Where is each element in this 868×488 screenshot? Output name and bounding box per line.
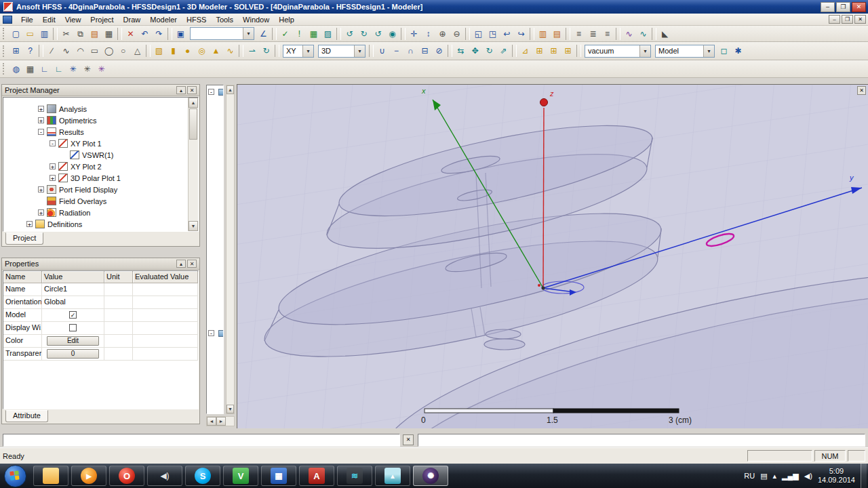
grid-settings-icon[interactable]: ⊞ <box>9 44 23 58</box>
tree-item-vswr-1[interactable]: VSWR(1) <box>3 149 187 161</box>
open-region-icon[interactable]: ◻ <box>717 44 731 58</box>
rotate-view-z-icon[interactable]: ↺ <box>371 27 385 41</box>
draw-arc-icon[interactable]: ◠ <box>73 44 87 58</box>
chevron-down-icon[interactable] <box>243 28 254 39</box>
tab-project[interactable]: Project <box>5 232 43 245</box>
draw-line-icon[interactable]: ∕ <box>45 44 59 58</box>
taskbar-photo-viewer-button[interactable]: ▲ <box>375 466 410 486</box>
start-button[interactable] <box>4 465 26 487</box>
sweep-axis-icon[interactable]: ↻ <box>259 44 273 58</box>
section-icon[interactable]: ⊘ <box>432 44 446 58</box>
scroll-down-icon[interactable] <box>226 405 234 413</box>
draw-circle-icon[interactable]: ○ <box>116 44 130 58</box>
scroll-up-icon[interactable] <box>226 85 234 94</box>
boolean-unite-icon[interactable]: ∪ <box>375 44 389 58</box>
column-header[interactable]: Evaluated Value <box>133 271 198 283</box>
material-combo[interactable]: vacuum <box>585 45 651 58</box>
rotate-view-y-icon[interactable]: ↻ <box>357 27 371 41</box>
menu-file[interactable]: File <box>16 14 38 25</box>
rotate-icon[interactable]: ↻ <box>482 44 496 58</box>
new-document-icon[interactable]: ▢ <box>9 27 23 41</box>
create-face-cs-icon[interactable]: ∟ <box>52 62 66 76</box>
menu-edit[interactable]: Edit <box>38 14 60 25</box>
column-header[interactable]: Unit <box>104 271 133 283</box>
menu-project[interactable]: Project <box>85 14 118 25</box>
message-bar-left[interactable] <box>3 434 400 447</box>
zoom-out-icon[interactable]: ⊖ <box>450 27 464 41</box>
pin-icon[interactable]: ▴ <box>176 260 186 268</box>
pin-icon[interactable]: ▴ <box>176 86 186 94</box>
color-edit-button[interactable]: Edit <box>47 336 99 346</box>
taskbar-clock[interactable]: 5:09 14.09.2014 <box>818 467 855 485</box>
model-checkbox[interactable] <box>69 311 77 319</box>
draw-torus-icon[interactable]: ◎ <box>195 44 209 58</box>
undo-icon[interactable]: ↶ <box>138 27 152 41</box>
scroll-left-icon[interactable] <box>207 417 216 426</box>
mdi-child-icon[interactable] <box>3 16 12 24</box>
taskbar-hfss-button[interactable]: ✺ <box>413 466 448 486</box>
draw-polygon-icon[interactable]: △ <box>130 44 144 58</box>
tree-item-definitions[interactable]: + Definitions <box>3 218 187 230</box>
tree-item-field-overlays[interactable]: Field Overlays <box>3 195 187 207</box>
scale-icon[interactable]: ⇗ <box>496 44 511 58</box>
taskbar-opera-button[interactable]: O <box>109 466 144 486</box>
tray-volume-icon[interactable]: ◀) <box>804 472 812 481</box>
tree-expander-icon[interactable]: + <box>38 117 44 123</box>
tree-item-radiation[interactable]: + Radiation <box>3 207 187 218</box>
taskbar-explorer-button[interactable] <box>33 466 68 486</box>
dimension-icon[interactable]: ⊿ <box>518 44 532 58</box>
display-wireframe-checkbox[interactable] <box>69 324 77 331</box>
grid-plane-xz-icon[interactable]: ⊞ <box>561 44 575 58</box>
fit-all-icon[interactable]: ◱ <box>471 27 486 41</box>
taskbar-media-player-button[interactable]: ▶ <box>71 466 106 486</box>
select-wcs-icon[interactable]: ✳ <box>66 62 80 76</box>
maximize-button[interactable]: ❐ <box>836 2 850 12</box>
boolean-intersect-icon[interactable]: ∩ <box>403 44 418 58</box>
layer-stack-3-icon[interactable]: ≡ <box>600 27 614 41</box>
menu-draw[interactable]: Draw <box>119 14 146 25</box>
scroll-up-icon[interactable] <box>189 98 198 108</box>
menu-hfss[interactable]: HFSS <box>182 14 211 25</box>
create-report-icon[interactable]: ▨ <box>321 27 335 41</box>
print-icon[interactable]: ▦ <box>102 27 116 41</box>
strip-horizontal-scrollbar[interactable] <box>206 416 235 426</box>
viewport-canvas[interactable]: x z y 0 1.5 3 (cm) <box>237 85 868 428</box>
tree-expander-icon[interactable]: - <box>208 330 214 336</box>
tree-expander-icon[interactable]: - <box>38 129 44 135</box>
draw-cone-icon[interactable]: ▲ <box>209 44 223 58</box>
tree-expander-icon[interactable]: + <box>38 186 44 192</box>
layer-stack-2-icon[interactable]: ≣ <box>586 27 600 41</box>
tab-attribute[interactable]: Attribute <box>5 410 48 422</box>
taskbar-green-app-button[interactable]: V <box>223 466 258 486</box>
grid-plane-yz-icon[interactable]: ⊞ <box>547 44 561 58</box>
validate-icon[interactable]: ✓ <box>278 27 292 41</box>
dynamic-zoom-icon[interactable]: ↕ <box>421 27 435 41</box>
toolbar-grip[interactable] <box>3 28 6 39</box>
tree-item-results[interactable]: - Results <box>3 126 187 138</box>
taskbar-acrobat-button[interactable]: A <box>299 466 334 486</box>
orbit-view-icon[interactable]: ◉ <box>385 27 399 41</box>
rotate-view-x-icon[interactable]: ↺ <box>342 27 357 41</box>
message-bar-right[interactable] <box>418 434 865 447</box>
chevron-down-icon[interactable] <box>639 45 650 57</box>
tree-expander-icon[interactable]: + <box>26 221 33 227</box>
scrollbar-track[interactable] <box>189 140 198 221</box>
movement-mode-combo[interactable]: 3D <box>318 45 366 58</box>
layer-stack-1-icon[interactable]: ≡ <box>572 27 586 41</box>
minimize-button[interactable]: ‒ <box>821 2 835 12</box>
draw-box-icon[interactable]: ▧ <box>152 44 166 58</box>
fit-selection-icon[interactable]: ◳ <box>486 27 500 41</box>
mdi-close-button[interactable]: ✕ <box>854 15 866 24</box>
modeler-3d-view[interactable]: x z y 0 1.5 3 (cm) ✕ <box>237 84 868 428</box>
wave-port-icon[interactable]: ∿ <box>636 27 650 41</box>
mirror-icon[interactable]: ⇆ <box>454 44 468 58</box>
history-tree-node[interactable]: - <box>207 87 224 97</box>
next-view-icon[interactable]: ↪ <box>514 27 528 41</box>
column-header[interactable]: Value <box>42 271 104 283</box>
draw-cylinder-icon[interactable]: ▮ <box>166 44 180 58</box>
menu-tools[interactable]: Tools <box>211 14 238 25</box>
field-animation-icon[interactable]: ∿ <box>622 27 636 41</box>
close-icon[interactable]: ✕ <box>187 260 197 268</box>
solution-data-icon[interactable]: ▦ <box>307 27 321 41</box>
property-orientation-value[interactable]: Global <box>42 296 104 309</box>
